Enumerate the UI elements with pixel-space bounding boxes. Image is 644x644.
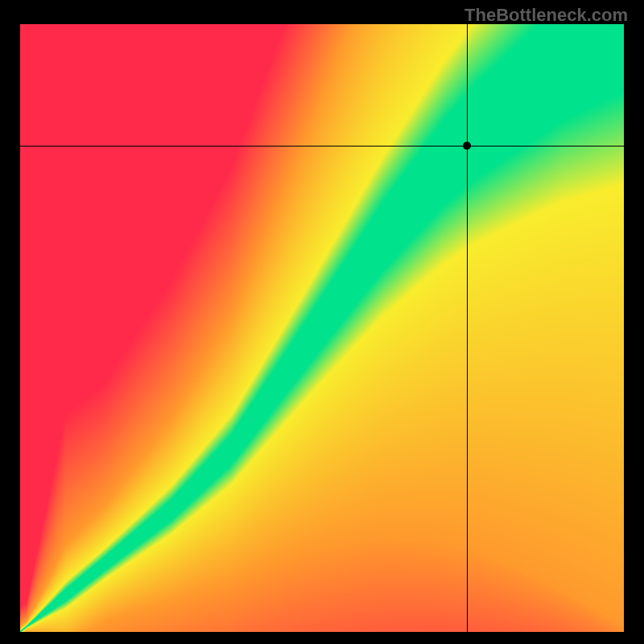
watermark-text: TheBottleneck.com bbox=[464, 5, 628, 26]
crosshair-horizontal bbox=[20, 146, 624, 147]
heatmap-plot bbox=[20, 24, 624, 632]
crosshair-vertical bbox=[467, 24, 468, 632]
heatmap-canvas bbox=[20, 24, 624, 632]
marker-dot bbox=[463, 142, 471, 150]
